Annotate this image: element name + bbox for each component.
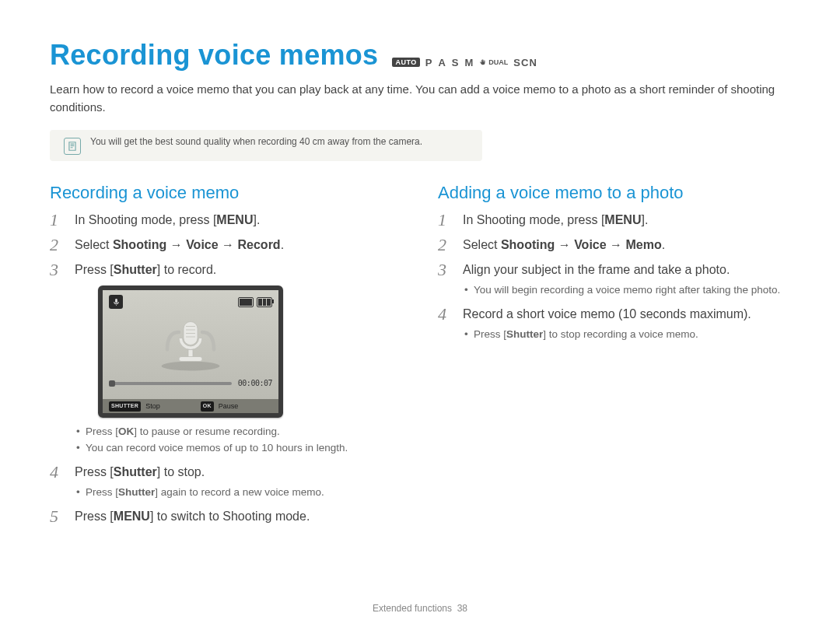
step-number: 1 [438,211,453,229]
lcd-key-shutter: SHUTTER [109,401,141,412]
mode-p: P [425,57,433,68]
footer-section: Extended functions [373,603,452,614]
footer: Extended functions 38 [0,603,840,614]
ok-key: OK [118,426,134,437]
step-body: Press [Shutter] to record. [75,261,402,457]
card-icon [238,297,254,307]
intro-text: Learn how to record a voice memo that yo… [50,81,790,116]
mode-dual: DUAL [479,58,508,66]
title-row: Recording voice memos AUTO P A S M DUAL … [50,39,790,76]
step-body: Press [MENU] to switch to Shooting mode. [75,507,402,526]
lcd-softkeys: SHUTTER Stop OK Pause [103,399,278,413]
progress-bar [109,382,232,385]
menu-key: MENU [216,213,253,226]
step-number: 2 [438,236,453,254]
left-heading: Recording a voice memo [50,183,402,203]
sub-list: You will begin recording a voice memo ri… [463,282,790,299]
battery-icon [257,297,272,307]
lcd-label-stop: Stop [145,401,160,412]
step-body: Select Shooting → Voice → Memo. [463,236,790,254]
lcd-key-ok: OK [201,401,214,412]
page-title: Recording voice memos [50,39,378,72]
mode-m: M [465,57,474,68]
page-number: 38 [457,603,467,614]
svg-point-0 [162,362,220,371]
step-number: 3 [50,261,65,457]
step-number: 4 [438,305,453,343]
step-body: In Shooting mode, press [MENU]. [75,211,402,229]
right-heading: Adding a voice memo to a photo [438,183,790,203]
sub-list: Press [Shutter] to stop recording a voic… [463,327,790,343]
step-number: 5 [50,507,65,526]
menu-key: MENU [114,510,150,523]
shutter-key: Shutter [114,465,157,478]
tip-icon [64,138,81,155]
left-steps: 1 In Shooting mode, press [MENU]. 2 Sele… [50,211,402,526]
step-number: 1 [50,211,65,229]
sub-item: You will begin recording a voice memo ri… [463,282,790,299]
mode-badges: AUTO P A S M DUAL SCN [392,57,537,68]
hand-icon [479,58,487,66]
tip-box: You will get the best sound quality when… [50,130,482,161]
svg-rect-3 [179,357,202,362]
lcd-progress-row: 00:00:07 [109,377,272,389]
step-body: Select Shooting → Voice → Record. [75,236,402,254]
lcd-label-pause: Pause [219,401,239,412]
step-body: In Shooting mode, press [MENU]. [463,211,790,229]
step-body: Press [Shutter] to stop. Press [Shutter]… [75,463,402,501]
sub-item: Press [Shutter] to stop recording a voic… [463,327,790,343]
sub-item: Press [Shutter] again to record a new vo… [75,485,402,501]
sub-list: Press [Shutter] again to record a new vo… [75,485,402,501]
right-column: Adding a voice memo to a photo 1 In Shoo… [438,183,790,532]
step-body: Align your subject in the frame and take… [463,261,790,299]
right-steps: 1 In Shooting mode, press [MENU]. 2 Sele… [438,211,790,343]
menu-key: MENU [604,213,641,226]
step-number: 2 [50,236,65,254]
shutter-key: Shutter [114,263,157,276]
mode-auto-badge: AUTO [392,58,419,67]
lcd-indicators [238,297,272,307]
mode-scn: SCN [513,57,537,68]
sub-item: You can record voice memos of up to 10 h… [75,440,402,457]
sub-list: Press [OK] to pause or resume recording.… [75,424,402,457]
camera-lcd-mockup: 00:00:07 SHUTTER Stop OK Pause [98,285,283,418]
microphone-graphic [109,313,272,374]
shutter-key: Shutter [118,486,155,498]
mic-corner-icon [109,295,123,309]
lcd-timecode: 00:00:07 [238,377,272,389]
step-number: 4 [50,463,65,501]
tip-text: You will get the best sound quality when… [90,136,422,147]
shutter-key: Shutter [506,328,543,340]
step-body: Record a short voice memo (10 seconds ma… [463,305,790,343]
sub-item: Press [OK] to pause or resume recording. [75,424,402,440]
left-column: Recording a voice memo 1 In Shooting mod… [50,183,402,532]
mode-s: S [452,57,460,68]
step-number: 3 [438,261,453,299]
mode-a: A [438,57,446,68]
columns: Recording a voice memo 1 In Shooting mod… [50,183,790,532]
